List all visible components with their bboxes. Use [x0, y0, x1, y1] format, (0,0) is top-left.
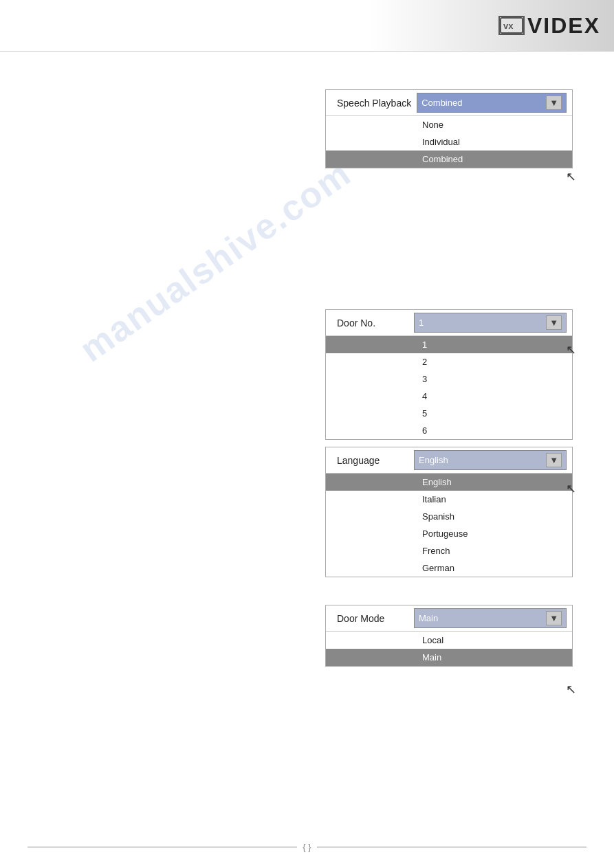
speech-playback-arrow[interactable]: ▼ [546, 96, 562, 110]
door-mode-select[interactable]: Main ▼ [414, 608, 567, 628]
language-arrow[interactable]: ▼ [546, 453, 562, 467]
language-select[interactable]: English ▼ [414, 450, 567, 470]
language-option-italian[interactable]: Italian [326, 491, 572, 508]
language-option-spanish[interactable]: Spanish [326, 508, 572, 525]
language-option-english[interactable]: English [326, 474, 572, 491]
language-option-portugeuse[interactable]: Portugeuse [326, 525, 572, 542]
speech-playback-label: Speech Playback [331, 93, 417, 113]
speech-playback-option-individual[interactable]: Individual [326, 133, 572, 151]
door-no-select[interactable]: 1 ▼ [414, 313, 567, 333]
logo-text: VIDEX [527, 13, 600, 38]
door-no-option-1[interactable]: 1 [326, 336, 572, 353]
speech-playback-dropdown: None Individual Combined [326, 115, 572, 168]
speech-playback-header: Speech Playback Combined ▼ [326, 90, 572, 115]
logo-area: vx VIDEX [498, 13, 600, 38]
speech-playback-select[interactable]: Combined ▼ [417, 93, 567, 113]
speech-playback-widget: Speech Playback Combined ▼ None Individu… [325, 89, 573, 168]
header: vx VIDEX [0, 0, 614, 52]
door-no-dropdown: 1 2 3 4 5 6 [326, 335, 572, 439]
footer-line [28, 847, 586, 847]
door-mode-arrow[interactable]: ▼ [546, 611, 562, 625]
cursor-speech: ↖ [566, 169, 576, 184]
language-widget: Language English ▼ English Italian Spani… [325, 447, 573, 577]
door-mode-widget: Door Mode Main ▼ Local Main [325, 605, 573, 667]
door-no-option-3[interactable]: 3 [326, 370, 572, 388]
cursor-door-mode: ↖ [566, 682, 576, 697]
svg-text:vx: vx [503, 21, 514, 31]
door-mode-label: Door Mode [331, 609, 414, 628]
door-mode-header: Door Mode Main ▼ [326, 605, 572, 631]
door-no-option-4[interactable]: 4 [326, 388, 572, 405]
door-mode-option-local[interactable]: Local [326, 632, 572, 649]
door-no-widget: Door No. 1 ▼ 1 2 3 4 5 6 [325, 309, 573, 440]
language-label: Language [331, 451, 414, 470]
logo-icon: vx [498, 16, 525, 35]
speech-playback-option-combined[interactable]: Combined [326, 151, 572, 168]
speech-playback-option-none[interactable]: None [326, 116, 572, 133]
language-option-french[interactable]: French [326, 542, 572, 559]
door-mode-dropdown: Local Main [326, 631, 572, 666]
door-no-header: Door No. 1 ▼ [326, 310, 572, 335]
door-no-arrow[interactable]: ▼ [546, 315, 562, 330]
watermark: manualshive.com [72, 153, 358, 370]
language-option-german[interactable]: German [326, 559, 572, 577]
door-no-option-6[interactable]: 6 [326, 422, 572, 439]
door-mode-option-main[interactable]: Main [326, 649, 572, 666]
language-dropdown: English Italian Spanish Portugeuse Frenc… [326, 473, 572, 577]
language-header: Language English ▼ [326, 447, 572, 473]
door-no-label: Door No. [331, 313, 414, 333]
door-no-option-5[interactable]: 5 [326, 405, 572, 422]
door-no-option-2[interactable]: 2 [326, 353, 572, 370]
